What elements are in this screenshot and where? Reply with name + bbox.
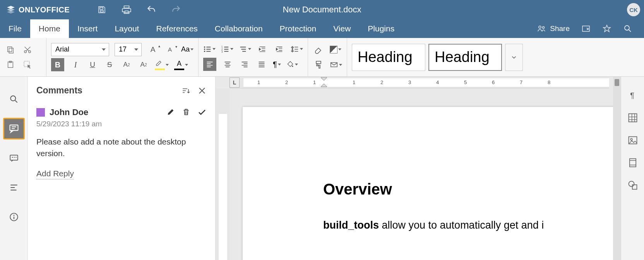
decrease-indent-button[interactable] [257,43,268,55]
italic-button[interactable]: I [70,59,81,71]
style-heading1[interactable]: Heading [352,44,425,71]
info-icon [9,212,19,222]
styles-expand-button[interactable] [505,44,523,71]
font-name-select[interactable]: Arial [51,43,109,56]
open-location-icon[interactable] [581,24,591,33]
paragraph-mark-button[interactable]: ¶ [273,60,281,69]
fill-color-button[interactable] [330,46,341,53]
superscript-button[interactable]: A2 [121,59,132,71]
vertical-ruler[interactable] [216,88,230,260]
menu-file[interactable]: File [0,19,30,38]
share-users-icon [537,24,546,33]
ruler-corner[interactable]: L [230,77,240,88]
rail-info-button[interactable] [3,206,25,228]
svg-rect-21 [10,125,18,131]
chevron-down-icon [510,54,517,61]
menu-view[interactable]: View [325,19,359,38]
comment-body: Please also add a note about the desktop… [36,136,207,160]
shading-button[interactable] [286,60,298,68]
menu-home[interactable]: Home [30,19,69,38]
comments-sort-button[interactable] [181,86,190,95]
svg-rect-29 [629,159,635,167]
onlyoffice-logo-icon [6,5,15,14]
increase-indent-button[interactable] [274,43,285,55]
ruler-indent-marker[interactable] [320,77,328,88]
menu-plugins[interactable]: Plugins [359,19,403,38]
paste-button[interactable] [5,59,16,71]
redo-button[interactable] [171,5,181,15]
doc-heading: Overview [323,181,601,198]
share-label: Share [550,24,570,33]
decrease-font-button[interactable]: A▾ [164,44,176,55]
vertical-scrollbar[interactable] [613,77,621,260]
bullet-list-icon [203,45,212,53]
add-reply-button[interactable]: Add Reply [36,169,74,179]
svg-point-12 [204,48,206,50]
svg-point-1 [543,27,545,29]
align-right-button[interactable] [239,59,250,70]
align-center-button[interactable] [222,59,233,70]
search-icon[interactable] [623,24,632,33]
increase-font-button[interactable]: A▴ [147,44,159,55]
font-size-select[interactable]: 17 [115,43,142,56]
line-spacing-button[interactable] [291,45,303,53]
paragraph-settings-button[interactable]: ¶ [627,90,638,101]
svg-text:3: 3 [221,50,223,53]
bold-button[interactable]: B [51,58,64,71]
svg-point-13 [204,50,206,52]
share-button[interactable]: Share [537,24,570,33]
highlight-color-button[interactable] [155,59,169,70]
multilevel-list-icon [239,45,247,53]
undo-button[interactable] [146,5,156,15]
table-settings-button[interactable] [627,112,638,123]
select-button[interactable] [22,59,33,71]
change-case-button[interactable]: Aa [181,45,194,53]
number-list-icon: 123 [221,45,230,53]
shape-settings-button[interactable] [627,180,638,191]
comment-avatar [36,108,45,117]
comment-resolve-button[interactable] [197,108,207,117]
strikethrough-button[interactable]: S [104,59,115,71]
mail-merge-button[interactable] [330,60,342,69]
menu-references[interactable]: References [147,19,206,38]
image-settings-button[interactable] [627,135,638,146]
search-icon [9,94,19,104]
menu-layout[interactable]: Layout [106,19,147,38]
align-left-button[interactable] [203,58,216,71]
subscript-button[interactable]: A2 [138,59,149,71]
line-spacing-icon [291,45,299,53]
comments-close-button[interactable] [197,86,207,95]
multilevel-list-button[interactable] [239,45,251,53]
decrease-indent-icon [258,45,267,53]
clear-formatting-button[interactable] [313,44,324,55]
align-right-icon [241,60,248,68]
cut-button[interactable] [22,44,33,55]
bullets-button[interactable] [203,45,216,53]
menu-insert[interactable]: Insert [69,19,106,38]
rail-chat-button[interactable] [3,147,25,169]
menu-protection[interactable]: Protection [271,19,325,38]
save-button[interactable] [97,5,107,15]
selection-cursor-icon [23,60,32,69]
user-avatar[interactable]: CK [627,3,640,16]
copy-button[interactable] [5,44,16,55]
style-heading2[interactable]: Heading [428,44,502,71]
rail-headings-button[interactable] [3,177,25,198]
align-justify-button[interactable] [256,59,267,70]
numbering-button[interactable]: 123 [221,45,233,53]
underline-button[interactable]: U [87,59,98,71]
menu-collaboration[interactable]: Collaboration [206,19,271,38]
document-page[interactable]: Overview build_tools allow you to automa… [243,107,617,260]
print-button[interactable] [122,5,132,15]
rail-comments-button[interactable] [3,118,25,139]
comment-icon [9,123,19,134]
format-painter-button[interactable] [313,59,324,71]
header-footer-button[interactable] [627,157,638,168]
comment-delete-button[interactable] [182,108,190,116]
svg-rect-18 [316,61,321,64]
favorite-star-icon[interactable] [602,24,611,33]
font-color-button[interactable]: A [174,60,188,70]
comment-edit-button[interactable] [166,108,175,116]
horizontal-ruler[interactable]: L 1 2 1 1 2 3 4 5 6 7 8 [230,77,609,88]
rail-search-button[interactable] [3,88,25,110]
